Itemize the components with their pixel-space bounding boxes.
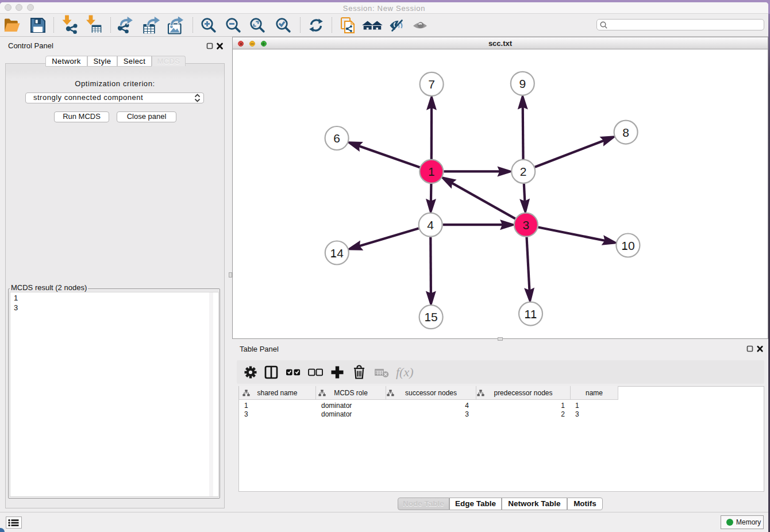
svg-text:1: 1: [428, 165, 435, 178]
svg-text:15: 15: [424, 310, 437, 323]
svg-text:6: 6: [333, 132, 340, 145]
svg-text:8: 8: [622, 126, 629, 139]
svg-text:7: 7: [428, 78, 435, 91]
svg-text:10: 10: [621, 239, 634, 252]
svg-text:9: 9: [519, 77, 526, 90]
svg-text:11: 11: [525, 307, 537, 321]
svg-text:2: 2: [520, 165, 527, 178]
svg-text:f(x): f(x): [396, 365, 414, 379]
svg-text:14: 14: [330, 246, 344, 260]
svg-text:3: 3: [523, 218, 530, 232]
svg-text:4: 4: [427, 218, 434, 232]
